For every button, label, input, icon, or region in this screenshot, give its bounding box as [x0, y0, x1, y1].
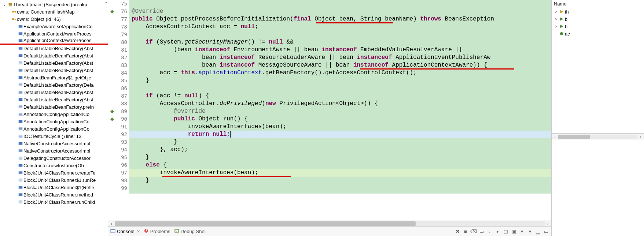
- code-line[interactable]: AccessControlContext acc = null;: [129, 23, 551, 31]
- scroll-right-icon[interactable]: ›: [637, 135, 644, 139]
- code-line[interactable]: }: [129, 77, 551, 85]
- expand-icon[interactable]: >: [554, 25, 558, 29]
- code-line[interactable]: [129, 0, 551, 8]
- variable-row[interactable]: >b: [552, 23, 644, 30]
- gutter-line-number[interactable]: 78: [116, 23, 127, 31]
- gutter-line-number[interactable]: 93: [116, 138, 127, 146]
- stack-frame[interactable]: DefaultListableBeanFactory(Abst: [0, 67, 108, 74]
- stack-frame[interactable]: AnnotationConfigApplicationCo: [0, 110, 108, 118]
- stack-frame[interactable]: ApplicationContextAwareProces: [0, 30, 108, 37]
- variable-row[interactable]: >th: [552, 8, 644, 15]
- code-line[interactable]: return null;: [129, 131, 551, 138]
- stack-frame[interactable]: BlockJUnit4ClassRunner.runChild: [0, 198, 108, 206]
- variable-row[interactable]: ac: [552, 30, 644, 37]
- code-line[interactable]: @Override: [129, 8, 551, 15]
- bottom-tab-console[interactable]: Console✕: [110, 228, 140, 235]
- code-line[interactable]: public Object run() {: [129, 115, 551, 123]
- code-line[interactable]: if (System.getSecurityManager() != null …: [129, 38, 551, 46]
- code-line[interactable]: bean instanceof MessageSourceAware || be…: [129, 61, 551, 69]
- stack-frame[interactable]: ApplicationContextAwareProces: [0, 37, 108, 45]
- gutter-line-number[interactable]: 83: [116, 61, 127, 69]
- gutter-line-number[interactable]: 98: [116, 177, 127, 184]
- ruler-mark[interactable]: [108, 177, 116, 184]
- maximize-icon[interactable]: ▭: [543, 229, 549, 235]
- gutter-line-number[interactable]: 84: [116, 69, 127, 77]
- gutter-line-number[interactable]: 91: [116, 123, 127, 131]
- gutter-line-number[interactable]: 88: [116, 100, 127, 108]
- clear-console-icon[interactable]: ▭: [479, 229, 485, 235]
- ruler-mark[interactable]: [108, 38, 116, 46]
- gutter-line-number[interactable]: 76: [116, 8, 127, 15]
- stack-frame[interactable]: AbstractBeanFactory$1.getObje: [0, 74, 108, 81]
- gutter-line-number[interactable]: 94: [116, 146, 127, 154]
- gutter-line-number[interactable]: 82: [116, 54, 127, 61]
- code-line[interactable]: [129, 184, 551, 192]
- ruler-mark[interactable]: [108, 184, 116, 192]
- stack-frame[interactable]: NativeConstructorAccessorImpl: [0, 140, 108, 147]
- stack-frame[interactable]: IOCTestLifeCycle.() line: 13: [0, 132, 108, 140]
- stack-frame[interactable]: BlockJUnit4ClassRunner.createTe: [0, 169, 108, 176]
- ruler-mark[interactable]: [108, 31, 116, 38]
- ruler-mark[interactable]: [108, 146, 116, 154]
- debug-stack-tree[interactable]: vThread [main] (Suspended (breakpowns: C…: [0, 0, 108, 236]
- editor-hscrollbar[interactable]: ‹ ›: [108, 220, 551, 226]
- ruler-mark[interactable]: [108, 54, 116, 61]
- scroll-up-icon[interactable]: ^: [105, 1, 107, 5]
- stack-frame[interactable]: AnnotationConfigApplicationCo: [0, 118, 108, 125]
- code-line[interactable]: }: [129, 177, 551, 184]
- code-line[interactable]: }, acc);: [129, 146, 551, 154]
- stack-frame[interactable]: BlockJUnit4ClassRunner$1(Refle: [0, 184, 108, 191]
- code-line[interactable]: acc = this.applicationContext.getBeanFac…: [129, 69, 551, 77]
- code-line[interactable]: (bean instanceof EnvironmentAware || bea…: [129, 46, 551, 54]
- scroll-left-icon[interactable]: ‹: [108, 221, 115, 226]
- code-line[interactable]: bean instanceof ResourceLoaderAware || b…: [129, 54, 551, 61]
- code-line[interactable]: [129, 31, 551, 38]
- show-when-error-icon[interactable]: ▣: [511, 229, 517, 235]
- ruler-mark[interactable]: [108, 123, 116, 131]
- code-line[interactable]: if (acc != null) {: [129, 92, 551, 100]
- stack-frame[interactable]: DefaultListableBeanFactory(Abst: [0, 96, 108, 103]
- gutter-line-number[interactable]: 85: [116, 77, 127, 85]
- gutter-line-number[interactable]: 92: [116, 131, 127, 138]
- ruler-mark[interactable]: [108, 0, 116, 8]
- minimize-icon[interactable]: ▁: [535, 229, 541, 235]
- gutter-line-number[interactable]: 95: [116, 154, 127, 161]
- code-line[interactable]: @Override: [129, 108, 551, 115]
- stack-frame[interactable]: Constructor.newInstance(Ob: [0, 162, 108, 169]
- code-line[interactable]: }: [129, 154, 551, 161]
- ruler-mark[interactable]: [108, 131, 116, 138]
- scroll-track[interactable]: [115, 221, 545, 226]
- pin-console-icon[interactable]: ▸: [495, 229, 501, 235]
- stack-frame[interactable]: NativeConstructorAccessorImpl: [0, 147, 108, 154]
- ruler-mark[interactable]: [108, 161, 116, 169]
- stack-frame[interactable]: DefaultListableBeanFactory(Abst: [0, 45, 108, 52]
- gutter-line-number[interactable]: 89: [116, 108, 127, 115]
- terminate-icon[interactable]: ■: [463, 229, 468, 235]
- stack-frame[interactable]: DefaultListableBeanFactory.preIn: [0, 103, 108, 110]
- gutter-line-number[interactable]: 90: [116, 115, 127, 123]
- code-line[interactable]: invokeAwareInterfaces(bean);: [129, 169, 551, 177]
- scroll-thumb[interactable]: [115, 221, 416, 226]
- ruler-mark[interactable]: [108, 92, 116, 100]
- stack-frame[interactable]: ExampleAware.setApplicationCo: [0, 23, 108, 30]
- ruler-mark[interactable]: [108, 15, 116, 23]
- remove-terminated-icon[interactable]: ✖: [455, 229, 460, 235]
- thread-node[interactable]: vThread [main] (Suspended (breakp: [0, 1, 108, 8]
- owns-node[interactable]: owns: Object (id=46): [0, 15, 108, 23]
- ruler-mark[interactable]: [108, 46, 116, 54]
- ruler-mark[interactable]: [108, 169, 116, 177]
- editor-ruler[interactable]: [108, 0, 116, 220]
- ruler-mark[interactable]: [108, 61, 116, 69]
- stack-frame[interactable]: DefaultListableBeanFactory(Defa: [0, 81, 108, 89]
- owns-node[interactable]: owns: ConcurrentHashMap: [0, 8, 108, 15]
- ruler-mark[interactable]: [108, 100, 116, 108]
- ruler-mark[interactable]: [108, 23, 116, 31]
- ruler-mark[interactable]: [108, 108, 116, 115]
- code-line[interactable]: else {: [129, 161, 551, 169]
- gutter-line-number[interactable]: 77: [116, 15, 127, 23]
- bottom-tab-problems[interactable]: Problems: [144, 228, 170, 235]
- show-when-output-icon[interactable]: ▢: [503, 229, 509, 235]
- ruler-mark[interactable]: [108, 69, 116, 77]
- gutter-line-number[interactable]: 86: [116, 85, 127, 92]
- gutter-line-number[interactable]: 99: [116, 184, 127, 192]
